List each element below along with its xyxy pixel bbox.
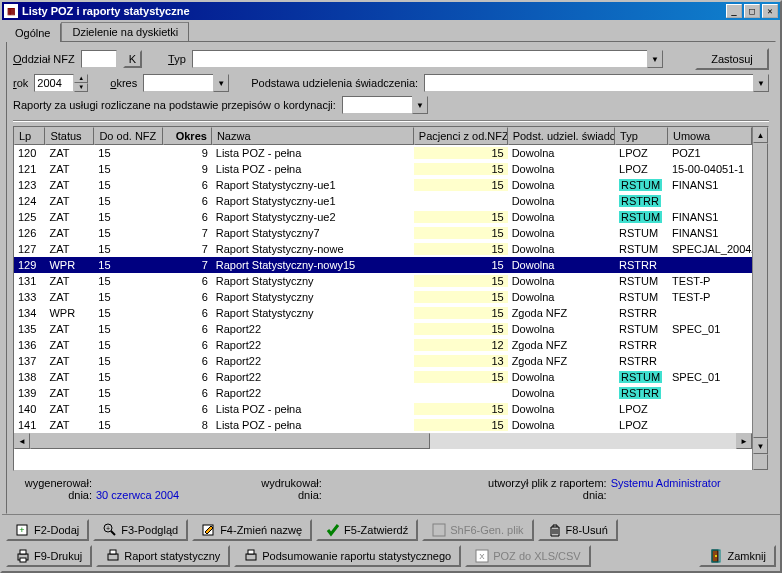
- gen-label: wygenerował:: [17, 477, 92, 489]
- table-row[interactable]: 138ZAT156Raport2215DowolnaRSTUMSPEC_01: [14, 369, 752, 385]
- oddzial-input[interactable]: [81, 50, 117, 68]
- zatwierdz-button[interactable]: F5-Zatwierdź: [316, 519, 418, 541]
- okres-select[interactable]: [143, 74, 213, 92]
- zastosuj-button[interactable]: Zastosuj: [695, 48, 769, 70]
- okres-label: okres: [110, 77, 137, 89]
- table-row[interactable]: 125ZAT156Raport Statystyczny-ue215Dowoln…: [14, 209, 752, 225]
- check-icon: [326, 523, 340, 537]
- kord-label: Raporty za usługi rozliczane na podstawi…: [13, 99, 336, 111]
- print-icon: [244, 549, 258, 563]
- col-nazwa[interactable]: Nazwa: [212, 127, 414, 145]
- drukuj-button[interactable]: F9-Drukuj: [6, 545, 92, 567]
- gen-date-label: dnia:: [17, 489, 92, 501]
- hscroll-left-icon[interactable]: ◄: [14, 433, 30, 449]
- col-nfz[interactable]: Do od. NFZ: [94, 127, 162, 145]
- gen-date: 30 czerwca 2004: [96, 489, 179, 501]
- table-row[interactable]: 133ZAT156Raport Statystyczny15DowolnaRST…: [14, 289, 752, 305]
- file-date-label: dnia:: [477, 489, 607, 501]
- trash-icon: [548, 523, 562, 537]
- minimize-button[interactable]: _: [726, 4, 742, 18]
- podstawa-dropdown-icon[interactable]: ▼: [753, 74, 769, 92]
- table-row[interactable]: 129WPR157Raport Statystyczny-nowy1515Dow…: [14, 257, 752, 273]
- vscroll-up-icon[interactable]: ▲: [753, 127, 768, 143]
- podsumowanie-button[interactable]: Podsumowanie raportu statystycznego: [234, 545, 461, 567]
- table-row[interactable]: 137ZAT156Raport2213Zgoda NFZRSTRR: [14, 353, 752, 369]
- podstawa-label: Podstawa udzielenia świadczenia:: [251, 77, 418, 89]
- kord-select[interactable]: [342, 96, 412, 114]
- usun-button[interactable]: F8-Usuń: [538, 519, 618, 541]
- table-row[interactable]: 134WPR156Raport Statystyczny15Zgoda NFZR…: [14, 305, 752, 321]
- typ-select[interactable]: [192, 50, 647, 68]
- col-status[interactable]: Status: [45, 127, 94, 145]
- typ-dropdown-icon[interactable]: ▼: [647, 50, 663, 68]
- svg-rect-11: [20, 550, 26, 554]
- hscroll-right-icon[interactable]: ►: [736, 433, 752, 449]
- svg-rect-13: [108, 554, 118, 560]
- table-row[interactable]: 135ZAT156Raport2215DowolnaRSTUMSPEC_01: [14, 321, 752, 337]
- print-icon: [16, 549, 30, 563]
- table-row[interactable]: 131ZAT156Raport Statystyczny15DowolnaRST…: [14, 273, 752, 289]
- col-lp[interactable]: Lp: [14, 127, 45, 145]
- hscrollbar[interactable]: [30, 433, 736, 449]
- col-typ[interactable]: Typ: [615, 127, 668, 145]
- file-label: utworzył plik z raportem:: [477, 477, 607, 489]
- close-button[interactable]: ✕: [762, 4, 778, 18]
- rok-label: rok: [13, 77, 28, 89]
- door-icon: [709, 549, 723, 563]
- svg-rect-16: [248, 550, 254, 554]
- rok-input[interactable]: [34, 74, 74, 92]
- svg-rect-6: [433, 524, 445, 536]
- add-icon: +: [16, 523, 30, 537]
- svg-rect-12: [20, 558, 26, 562]
- tab-ogolne[interactable]: Ogólne: [4, 23, 61, 42]
- titlebar: ▦ Listy POZ i raporty statystyczne _ □ ✕: [2, 2, 780, 20]
- col-pacjenci[interactable]: Pacjenci z od.NFZ: [414, 127, 508, 145]
- vscrollbar[interactable]: ▲ ▼: [752, 127, 768, 470]
- podstawa-select[interactable]: [424, 74, 753, 92]
- col-podst[interactable]: Podst. udziel. świadcz.: [508, 127, 615, 145]
- window-title: Listy POZ i raporty statystyczne: [22, 5, 726, 17]
- okres-dropdown-icon[interactable]: ▼: [213, 74, 229, 92]
- print-label: wydrukował:: [247, 477, 322, 489]
- tabstrip: Ogólne Dzielenie na dyskietki: [2, 20, 780, 41]
- data-grid[interactable]: Lp Status Do od. NFZ Okres Nazwa Pacjenc…: [14, 127, 752, 470]
- raport-button[interactable]: Raport statystyczny: [96, 545, 230, 567]
- table-row[interactable]: 123ZAT156Raport Statystyczny-ue115Dowoln…: [14, 177, 752, 193]
- table-row[interactable]: 141ZAT158Lista POZ - pełna15DowolnaLPOZ: [14, 417, 752, 433]
- excel-icon: X: [475, 549, 489, 563]
- print-icon: [106, 549, 120, 563]
- col-umowa[interactable]: Umowa: [668, 127, 752, 145]
- gen-plik-button: ShF6-Gen. plik: [422, 519, 533, 541]
- tab-dyskietki[interactable]: Dzielenie na dyskietki: [61, 22, 189, 41]
- table-row[interactable]: 126ZAT157Raport Statystyczny715DowolnaRS…: [14, 225, 752, 241]
- table-row[interactable]: 120ZAT159Lista POZ - pełna15DowolnaLPOZP…: [14, 145, 752, 161]
- zoom-icon: +: [103, 523, 117, 537]
- app-icon: ▦: [4, 4, 18, 18]
- col-okres[interactable]: Okres: [163, 127, 212, 145]
- edit-icon: [202, 523, 216, 537]
- svg-point-21: [715, 555, 717, 557]
- xls-button: XPOZ do XLS/CSV: [465, 545, 590, 567]
- scroll-corner: [753, 454, 768, 470]
- divider: [13, 120, 769, 122]
- table-row[interactable]: 140ZAT156Lista POZ - pełna15DowolnaLPOZ: [14, 401, 752, 417]
- maximize-button[interactable]: □: [744, 4, 760, 18]
- rok-up-icon[interactable]: ▲: [74, 74, 88, 83]
- zamknij-button[interactable]: Zamknij: [699, 545, 776, 567]
- table-row[interactable]: 127ZAT157Raport Statystyczny-nowe15Dowol…: [14, 241, 752, 257]
- zmien-button[interactable]: F4-Zmień nazwę: [192, 519, 312, 541]
- kord-dropdown-icon[interactable]: ▼: [412, 96, 428, 114]
- table-row[interactable]: 136ZAT156Raport2212Zgoda NFZRSTRR: [14, 337, 752, 353]
- table-row[interactable]: 121ZAT159Lista POZ - pełna15DowolnaLPOZ1…: [14, 161, 752, 177]
- rok-down-icon[interactable]: ▼: [74, 83, 88, 92]
- oddzial-k-button[interactable]: K: [123, 50, 142, 68]
- svg-text:X: X: [480, 552, 486, 561]
- vscroll-down-icon[interactable]: ▼: [753, 438, 768, 454]
- podglad-button[interactable]: +F3-Podgląd: [93, 519, 188, 541]
- disk-icon: [432, 523, 446, 537]
- svg-text:+: +: [106, 525, 110, 532]
- table-row[interactable]: 124ZAT156Raport Statystyczny-ue1DowolnaR…: [14, 193, 752, 209]
- table-row[interactable]: 139ZAT156Raport22DowolnaRSTRR: [14, 385, 752, 401]
- svg-rect-14: [110, 550, 116, 554]
- dodaj-button[interactable]: +F2-Dodaj: [6, 519, 89, 541]
